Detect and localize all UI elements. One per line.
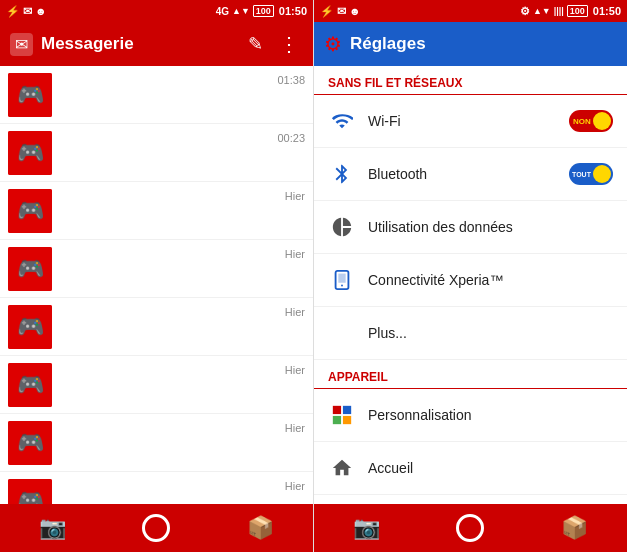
camera-button[interactable]: 📷 <box>32 508 72 548</box>
list-item[interactable]: 🎮 Hier <box>0 414 313 472</box>
right-status-icons: 4G ▲▼ 100 01:50 <box>216 5 307 17</box>
battery-icon: 100 <box>253 5 274 17</box>
message-time: Hier <box>285 480 305 492</box>
avatar-sprite: 🎮 <box>8 363 52 407</box>
xperia-icon <box>328 266 356 294</box>
personnalisation-label: Personnalisation <box>368 407 613 423</box>
message-list: 🎮 01:38 🎮 00:23 🎮 Hier 🎮 <box>0 66 313 504</box>
avatar-sprite: 🎮 <box>8 189 52 233</box>
avatar-sprite: 🎮 <box>8 73 52 117</box>
signal-strength-icon: |||| <box>554 6 564 16</box>
right-status-bar: ⚡ ✉ ☻ ⚙ ▲▼ |||| 100 01:50 <box>314 0 627 22</box>
signal-icon: ▲▼ <box>232 6 250 16</box>
home-icon-s <box>328 454 356 482</box>
box-button-r[interactable]: 📦 <box>555 508 595 548</box>
settings-item-more[interactable]: Plus... <box>314 307 627 360</box>
home-button[interactable] <box>136 508 176 548</box>
personnalisation-icon <box>328 401 356 429</box>
list-item[interactable]: 🎮 Hier <box>0 298 313 356</box>
avatar-sprite: 🎮 <box>8 247 52 291</box>
menu-button[interactable]: ⋮ <box>275 30 303 58</box>
list-item[interactable]: 🎮 Hier <box>0 182 313 240</box>
wifi-label: Wi-Fi <box>368 113 569 129</box>
message-time: 00:23 <box>277 132 305 144</box>
box-button[interactable]: 📦 <box>241 508 281 548</box>
accueil-label: Accueil <box>368 460 613 476</box>
home-circle-icon <box>456 514 484 542</box>
wifi-icon <box>328 107 356 135</box>
message-time: Hier <box>285 306 305 318</box>
bt-toggle-text: TOUT <box>572 171 591 178</box>
message-time: 01:38 <box>277 74 305 86</box>
wifi-toggle[interactable]: NON <box>569 110 613 132</box>
camera-icon: 📷 <box>39 515 66 541</box>
avatar: 🎮 <box>8 131 52 175</box>
message-time: Hier <box>285 422 305 434</box>
status-time-r: 01:50 <box>593 5 621 17</box>
avatar: 🎮 <box>8 363 52 407</box>
status-time: 01:50 <box>279 5 307 17</box>
camera-icon-r: 📷 <box>353 515 380 541</box>
wifi-toggle-text: NON <box>573 117 591 126</box>
left-panel: ⚡ ✉ ☻ 4G ▲▼ 100 01:50 ✉ Messagerie ✎ ⋮ 🎮 <box>0 0 314 552</box>
battery-icon-r: 100 <box>567 5 588 17</box>
settings-item-wifi[interactable]: Wi-Fi NON <box>314 95 627 148</box>
home-button-r[interactable] <box>450 508 490 548</box>
android-icon: ☻ <box>35 5 47 17</box>
home-icon <box>142 514 170 542</box>
avatar: 🎮 <box>8 421 52 465</box>
bluetooth-label: Bluetooth <box>368 166 569 182</box>
settings-item-perso[interactable]: Personnalisation <box>314 389 627 442</box>
settings-item-data[interactable]: Utilisation des données <box>314 201 627 254</box>
list-item[interactable]: 🎮 00:23 <box>0 124 313 182</box>
overflow-icon: ⋮ <box>279 32 299 56</box>
svg-rect-6 <box>343 416 351 424</box>
messagerie-icon: ✉ <box>10 33 33 56</box>
settings-app-bar: ⚙ Réglages <box>314 22 627 66</box>
box-icon-r: 📦 <box>561 515 588 541</box>
list-item[interactable]: 🎮 Hier <box>0 240 313 298</box>
camera-button-r[interactable]: 📷 <box>346 508 386 548</box>
section-header-appareil: APPAREIL <box>314 360 627 389</box>
bluetooth-toggle[interactable]: TOUT <box>569 163 613 185</box>
list-item[interactable]: 🎮 01:38 <box>0 66 313 124</box>
settings-item-appel[interactable]: Réglages d'appel <box>314 495 627 504</box>
bluetooth-status-icon: ⚙ <box>520 5 530 18</box>
settings-item-accueil[interactable]: Accueil <box>314 442 627 495</box>
notification-icon-r: ✉ <box>337 5 346 18</box>
usb-icon-r: ⚡ <box>320 5 334 18</box>
avatar: 🎮 <box>8 189 52 233</box>
avatar-sprite: 🎮 <box>8 131 52 175</box>
avatar: 🎮 <box>8 73 52 117</box>
network-type: 4G <box>216 6 229 17</box>
svg-point-2 <box>341 285 343 287</box>
compose-button[interactable]: ✎ <box>241 30 269 58</box>
wifi-toggle-thumb <box>593 112 611 130</box>
right-status-left-icons: ⚡ ✉ ☻ <box>320 5 361 18</box>
avatar-sprite: 🎮 <box>8 305 52 349</box>
right-panel: ⚡ ✉ ☻ ⚙ ▲▼ |||| 100 01:50 ⚙ Réglages SAN… <box>314 0 627 552</box>
notification-icon: ✉ <box>23 5 32 18</box>
messagerie-title: Messagerie <box>41 34 235 54</box>
svg-rect-4 <box>343 406 351 414</box>
svg-rect-3 <box>333 406 341 414</box>
message-time: Hier <box>285 248 305 260</box>
data-usage-icon <box>328 213 356 241</box>
right-bottom-bar: 📷 📦 <box>314 504 627 552</box>
list-item[interactable]: 🎮 Hier <box>0 356 313 414</box>
section-header-network: SANS FIL ET RÉSEAUX <box>314 66 627 95</box>
avatar: 🎮 <box>8 247 52 291</box>
data-usage-label: Utilisation des données <box>368 219 613 235</box>
left-app-bar: ✉ Messagerie ✎ ⋮ <box>0 22 313 66</box>
avatar-sprite: 🎮 <box>8 421 52 465</box>
list-item[interactable]: 🎮 Hier <box>0 472 313 504</box>
xperia-label: Connectivité Xperia™ <box>368 272 613 288</box>
message-time: Hier <box>285 190 305 202</box>
settings-title: Réglages <box>350 34 426 54</box>
settings-item-bluetooth[interactable]: Bluetooth TOUT <box>314 148 627 201</box>
settings-item-xperia[interactable]: Connectivité Xperia™ <box>314 254 627 307</box>
bluetooth-icon <box>328 160 356 188</box>
settings-list: SANS FIL ET RÉSEAUX Wi-Fi NON Bluetooth <box>314 66 627 504</box>
avatar: 🎮 <box>8 479 52 505</box>
svg-rect-1 <box>338 274 345 283</box>
